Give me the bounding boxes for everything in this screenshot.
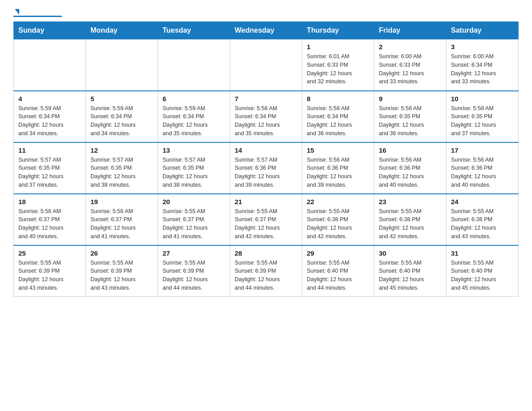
day-number: 3 (451, 43, 514, 51)
calendar-cell: 9Sunrise: 5:58 AM Sunset: 6:35 PM Daylig… (374, 91, 446, 142)
calendar-cell: 12Sunrise: 5:57 AM Sunset: 6:35 PM Dayli… (86, 142, 158, 194)
weekday-header-tuesday: Tuesday (158, 22, 230, 39)
day-number: 25 (18, 249, 81, 257)
day-number: 17 (451, 146, 514, 154)
day-number: 23 (379, 198, 442, 206)
day-info: Sunrise: 5:59 AM Sunset: 6:34 PM Dayligh… (90, 104, 153, 138)
calendar-cell: 10Sunrise: 5:58 AM Sunset: 6:35 PM Dayli… (446, 91, 519, 142)
calendar-week-1: 1Sunrise: 6:01 AM Sunset: 6:33 PM Daylig… (14, 39, 519, 91)
day-info: Sunrise: 6:00 AM Sunset: 6:34 PM Dayligh… (451, 52, 514, 86)
weekday-header-monday: Monday (86, 22, 158, 39)
weekday-header-wednesday: Wednesday (230, 22, 302, 39)
calendar-cell: 17Sunrise: 5:56 AM Sunset: 6:36 PM Dayli… (446, 142, 519, 194)
day-number: 26 (90, 249, 153, 257)
day-number: 9 (379, 95, 442, 103)
day-info: Sunrise: 5:55 AM Sunset: 6:38 PM Dayligh… (307, 207, 369, 241)
calendar-cell: 28Sunrise: 5:55 AM Sunset: 6:39 PM Dayli… (230, 245, 302, 297)
weekday-header-friday: Friday (374, 22, 446, 39)
day-number: 20 (163, 198, 225, 206)
day-number: 22 (307, 198, 369, 206)
day-info: Sunrise: 5:55 AM Sunset: 6:39 PM Dayligh… (235, 259, 297, 292)
calendar-week-4: 18Sunrise: 5:56 AM Sunset: 6:37 PM Dayli… (14, 194, 519, 245)
calendar-cell: 27Sunrise: 5:55 AM Sunset: 6:39 PM Dayli… (158, 245, 230, 297)
calendar-cell: 7Sunrise: 5:58 AM Sunset: 6:34 PM Daylig… (230, 91, 302, 142)
calendar-cell (86, 39, 158, 91)
day-info: Sunrise: 6:00 AM Sunset: 6:33 PM Dayligh… (379, 52, 442, 86)
calendar-cell: 22Sunrise: 5:55 AM Sunset: 6:38 PM Dayli… (302, 194, 374, 245)
calendar-cell: 6Sunrise: 5:59 AM Sunset: 6:34 PM Daylig… (158, 91, 230, 142)
day-number: 27 (163, 249, 225, 257)
calendar-cell: 5Sunrise: 5:59 AM Sunset: 6:34 PM Daylig… (86, 91, 158, 142)
day-number: 2 (379, 43, 442, 51)
day-number: 15 (307, 146, 369, 154)
day-info: Sunrise: 5:55 AM Sunset: 6:39 PM Dayligh… (163, 259, 225, 292)
day-info: Sunrise: 5:58 AM Sunset: 6:34 PM Dayligh… (235, 104, 297, 138)
day-number: 16 (379, 146, 442, 154)
day-number: 21 (235, 198, 297, 206)
calendar-cell: 1Sunrise: 6:01 AM Sunset: 6:33 PM Daylig… (302, 39, 374, 91)
day-info: Sunrise: 5:59 AM Sunset: 6:34 PM Dayligh… (163, 104, 225, 138)
day-number: 12 (90, 146, 153, 154)
calendar-cell: 21Sunrise: 5:55 AM Sunset: 6:37 PM Dayli… (230, 194, 302, 245)
day-number: 4 (18, 95, 81, 103)
day-number: 6 (163, 95, 225, 103)
calendar-table: SundayMondayTuesdayWednesdayThursdayFrid… (13, 21, 519, 297)
day-number: 10 (451, 95, 514, 103)
day-info: Sunrise: 5:56 AM Sunset: 6:36 PM Dayligh… (307, 156, 369, 189)
calendar-cell: 19Sunrise: 5:56 AM Sunset: 6:37 PM Dayli… (86, 194, 158, 245)
calendar-cell: 16Sunrise: 5:56 AM Sunset: 6:36 PM Dayli… (374, 142, 446, 194)
calendar-cell: 8Sunrise: 5:58 AM Sunset: 6:34 PM Daylig… (302, 91, 374, 142)
weekday-header-row: SundayMondayTuesdayWednesdayThursdayFrid… (14, 22, 519, 39)
day-info: Sunrise: 5:56 AM Sunset: 6:36 PM Dayligh… (379, 156, 442, 189)
day-info: Sunrise: 5:55 AM Sunset: 6:40 PM Dayligh… (451, 259, 514, 292)
calendar-cell: 14Sunrise: 5:57 AM Sunset: 6:36 PM Dayli… (230, 142, 302, 194)
calendar-cell: 31Sunrise: 5:55 AM Sunset: 6:40 PM Dayli… (446, 245, 519, 297)
calendar-cell: 13Sunrise: 5:57 AM Sunset: 6:35 PM Dayli… (158, 142, 230, 194)
day-info: Sunrise: 5:58 AM Sunset: 6:35 PM Dayligh… (451, 104, 514, 138)
day-number: 19 (90, 198, 153, 206)
calendar-cell: 15Sunrise: 5:56 AM Sunset: 6:36 PM Dayli… (302, 142, 374, 194)
calendar-cell: 30Sunrise: 5:55 AM Sunset: 6:40 PM Dayli… (374, 245, 446, 297)
day-number: 28 (235, 249, 297, 257)
calendar-cell: 2Sunrise: 6:00 AM Sunset: 6:33 PM Daylig… (374, 39, 446, 91)
calendar-cell: 4Sunrise: 5:59 AM Sunset: 6:34 PM Daylig… (14, 91, 86, 142)
day-info: Sunrise: 5:55 AM Sunset: 6:38 PM Dayligh… (379, 207, 442, 241)
day-info: Sunrise: 5:55 AM Sunset: 6:40 PM Dayligh… (379, 259, 442, 292)
day-number: 14 (235, 146, 297, 154)
day-info: Sunrise: 5:56 AM Sunset: 6:36 PM Dayligh… (451, 156, 514, 189)
calendar-cell: 3Sunrise: 6:00 AM Sunset: 6:34 PM Daylig… (446, 39, 519, 91)
logo (13, 9, 62, 17)
calendar-cell (14, 39, 86, 91)
weekday-header-thursday: Thursday (302, 22, 374, 39)
day-info: Sunrise: 5:57 AM Sunset: 6:35 PM Dayligh… (18, 156, 81, 189)
day-number: 7 (235, 95, 297, 103)
day-info: Sunrise: 5:57 AM Sunset: 6:35 PM Dayligh… (90, 156, 153, 189)
calendar-cell: 20Sunrise: 5:55 AM Sunset: 6:37 PM Dayli… (158, 194, 230, 245)
day-info: Sunrise: 5:55 AM Sunset: 6:40 PM Dayligh… (307, 259, 369, 292)
day-info: Sunrise: 5:55 AM Sunset: 6:37 PM Dayligh… (235, 207, 297, 241)
day-info: Sunrise: 5:58 AM Sunset: 6:34 PM Dayligh… (307, 104, 369, 138)
day-number: 18 (18, 198, 81, 206)
calendar-cell: 26Sunrise: 5:55 AM Sunset: 6:39 PM Dayli… (86, 245, 158, 297)
day-info: Sunrise: 5:55 AM Sunset: 6:39 PM Dayligh… (90, 259, 153, 292)
day-info: Sunrise: 5:58 AM Sunset: 6:35 PM Dayligh… (379, 104, 442, 138)
calendar-week-3: 11Sunrise: 5:57 AM Sunset: 6:35 PM Dayli… (14, 142, 519, 194)
day-number: 5 (90, 95, 153, 103)
calendar-cell (230, 39, 302, 91)
day-number: 24 (451, 198, 514, 206)
day-number: 11 (18, 146, 81, 154)
calendar-cell: 29Sunrise: 5:55 AM Sunset: 6:40 PM Dayli… (302, 245, 374, 297)
page-header (13, 9, 519, 17)
calendar-cell: 24Sunrise: 5:55 AM Sunset: 6:38 PM Dayli… (446, 194, 519, 245)
weekday-header-saturday: Saturday (446, 22, 519, 39)
day-number: 13 (163, 146, 225, 154)
day-number: 30 (379, 249, 442, 257)
day-info: Sunrise: 5:57 AM Sunset: 6:35 PM Dayligh… (163, 156, 225, 189)
weekday-header-sunday: Sunday (14, 22, 86, 39)
day-number: 8 (307, 95, 369, 103)
calendar-cell: 23Sunrise: 5:55 AM Sunset: 6:38 PM Dayli… (374, 194, 446, 245)
day-info: Sunrise: 5:55 AM Sunset: 6:37 PM Dayligh… (163, 207, 225, 241)
calendar-week-5: 25Sunrise: 5:55 AM Sunset: 6:39 PM Dayli… (14, 245, 519, 297)
day-number: 1 (307, 43, 369, 51)
calendar-cell: 18Sunrise: 5:56 AM Sunset: 6:37 PM Dayli… (14, 194, 86, 245)
